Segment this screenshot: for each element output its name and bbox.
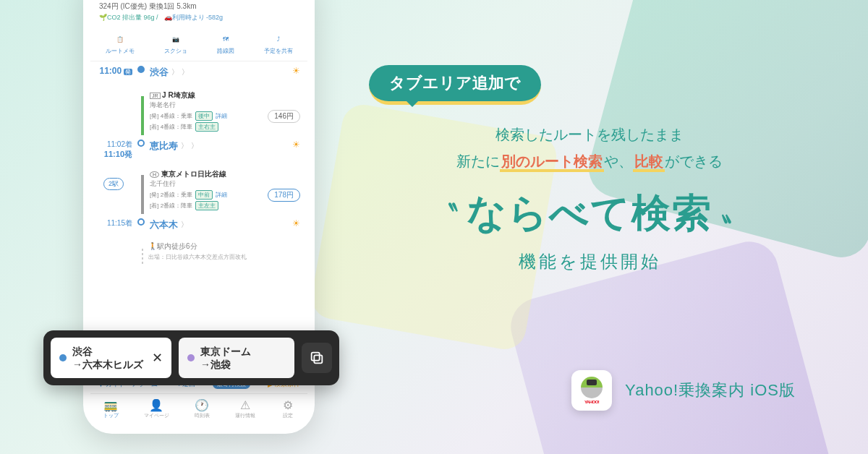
- route-memo-button[interactable]: 📋ルートメモ: [106, 33, 135, 55]
- camera-icon: 📷: [169, 33, 182, 46]
- share-button[interactable]: ⤴予定を共有: [264, 33, 293, 55]
- nav-top[interactable]: 🚃トップ: [103, 398, 119, 419]
- nav-status[interactable]: ⚠運行情報: [235, 398, 255, 419]
- map-icon: 🗺: [219, 33, 232, 46]
- line-name: J R埼京線: [162, 91, 195, 99]
- bottom-nav: 🚃トップ 👤マイページ 🕐時刻表 ⚠運行情報 ⚙設定: [90, 393, 307, 421]
- station-roppongi[interactable]: 11:15着 六本木〉 ☀: [98, 214, 300, 237]
- action-row: 📋ルートメモ 📷スクショ 🗺路線図 ⤴予定を共有: [90, 27, 307, 61]
- train-icon: 🚃: [103, 398, 118, 411]
- memo-icon: 📋: [114, 33, 127, 46]
- station-dot-icon: [137, 218, 145, 226]
- app-name: Yahoo!乗換案内 iOS版: [625, 380, 796, 401]
- person-icon: 👤: [149, 398, 163, 411]
- app-icon: YAHOO!: [571, 370, 612, 411]
- nav-mypage[interactable]: 👤マイページ: [144, 398, 169, 419]
- promo-section: タブエリア追加で 検索したルートを残したまま 新たに別のルート検索や、比較ができ…: [354, 65, 825, 273]
- quote-close-icon: 〟: [721, 198, 744, 230]
- alert-icon: ⚠: [238, 398, 252, 411]
- route-header: 11:00 → 11:27 (27分) 7月20日(土) 324円 (IC優先)…: [90, 0, 307, 27]
- svg-rect-0: [314, 355, 322, 363]
- weather-icon: ☀: [292, 140, 300, 150]
- tab-overlay: 渋谷→六本木ヒルズ ✕ 東京ドーム→池袋: [43, 330, 339, 385]
- stops-badge[interactable]: 2駅: [103, 178, 124, 190]
- nav-settings[interactable]: ⚙設定: [281, 398, 295, 419]
- app-info: YAHOO! Yahoo!乗換案内 iOS版: [571, 370, 796, 411]
- tab-card-2[interactable]: 東京ドーム→池袋: [179, 338, 294, 378]
- copy-icon: [309, 350, 325, 366]
- station-ebisu[interactable]: 11:02着11:10発 恵比寿〉〉 ☀: [98, 135, 300, 163]
- weather-icon: ☀: [292, 66, 300, 76]
- promo-sub2: 新たに別のルート検索や、比較ができる: [354, 152, 825, 171]
- promo-after: 機能を提供開始: [354, 250, 825, 273]
- promo-badge: タブエリア追加で: [369, 65, 541, 105]
- svg-rect-1: [312, 352, 320, 360]
- share-icon: ⤴: [272, 33, 285, 46]
- promo-sub1: 検索したルートを残したまま: [354, 125, 825, 145]
- clock-icon: 🕐: [195, 398, 209, 411]
- station-dot-icon: [137, 140, 145, 147]
- copy-tab-button[interactable]: [302, 343, 332, 373]
- tab-card-1[interactable]: 渋谷→六本木ヒルズ ✕: [51, 338, 171, 378]
- routemap-button[interactable]: 🗺路線図: [217, 33, 234, 55]
- quote-open-icon: 〝: [435, 198, 458, 230]
- nav-timetable[interactable]: 🕐時刻表: [195, 398, 210, 419]
- tab-dot-icon: [59, 354, 67, 361]
- station-dot-icon: [137, 66, 145, 73]
- fare-badge: 146円: [268, 110, 300, 123]
- screenshot-button[interactable]: 📷スクショ: [164, 33, 187, 55]
- station-shibuya[interactable]: 11:00 発 渋谷〉〉 ☀: [98, 61, 300, 85]
- walk-info: 🚶駅内徒歩6分: [98, 237, 300, 253]
- exit-info: 出場：日比谷線六本木交差点方面改札: [98, 253, 300, 265]
- tab-dot-icon: [187, 354, 195, 361]
- fare-row: 324円 (IC優先) 乗換1回 5.3km: [99, 1, 299, 12]
- eco-co2: 🌱CO2 排出量 96g /: [99, 13, 158, 22]
- close-icon[interactable]: ✕: [152, 350, 163, 366]
- gear-icon: ⚙: [281, 398, 295, 411]
- eco-saving: 🚗利用時より -582g: [164, 13, 224, 22]
- chevron-icon: 〉: [171, 67, 179, 77]
- promo-main: ならべて検索: [467, 187, 712, 240]
- train-logo-icon: [581, 377, 603, 398]
- weather-icon: ☀: [292, 218, 300, 228]
